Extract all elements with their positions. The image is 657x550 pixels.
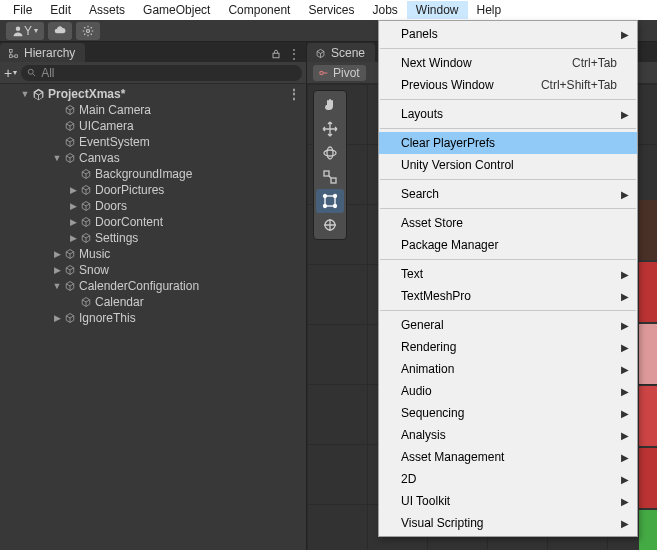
menu-help[interactable]: Help [468, 1, 511, 19]
menu-item-label: Next Window [401, 56, 472, 70]
menu-item-label: Search [401, 187, 439, 201]
search-icon [27, 68, 37, 78]
hierarchy-item-label: EventSystem [79, 135, 150, 149]
rotate-tool[interactable] [316, 141, 344, 165]
hierarchy-item[interactable]: EventSystem [0, 134, 306, 150]
gameobject-icon [64, 280, 76, 292]
menu-item-label: UI Toolkit [401, 494, 450, 508]
menu-item-search[interactable]: Search▶ [379, 183, 637, 205]
menu-item-label: Panels [401, 27, 438, 41]
svg-rect-4 [15, 54, 18, 57]
thumb [639, 386, 657, 446]
hierarchy-item[interactable]: ▶IgnoreThis [0, 310, 306, 326]
menu-edit[interactable]: Edit [41, 1, 80, 19]
menu-item-animation[interactable]: Animation▶ [379, 358, 637, 380]
menu-item-next-window[interactable]: Next WindowCtrl+Tab [379, 52, 637, 74]
account-button[interactable]: Y ▾ [6, 22, 44, 40]
scene-menu-icon[interactable]: ⋮ [288, 87, 302, 101]
gameobject-icon [64, 264, 76, 276]
menu-item-layouts[interactable]: Layouts▶ [379, 103, 637, 125]
scene-tab-label: Scene [331, 46, 365, 60]
svg-point-9 [327, 147, 333, 159]
unity-icon [32, 88, 45, 101]
menu-separator [380, 310, 636, 311]
hierarchy-item[interactable]: ▼Canvas [0, 150, 306, 166]
hierarchy-item[interactable]: ▶DoorPictures [0, 182, 306, 198]
menu-item-panels[interactable]: Panels▶ [379, 23, 637, 45]
hierarchy-add-button[interactable]: +▾ [4, 68, 17, 78]
menu-item-rendering[interactable]: Rendering▶ [379, 336, 637, 358]
menu-item-visual-scripting[interactable]: Visual Scripting▶ [379, 512, 637, 534]
menu-item-label: Text [401, 267, 423, 281]
submenu-arrow-icon: ▶ [621, 291, 629, 302]
thumb [639, 324, 657, 384]
menu-item-unity-version-control[interactable]: Unity Version Control [379, 154, 637, 176]
hierarchy-item[interactable]: ▶Music [0, 246, 306, 262]
menu-item-clear-playerprefs[interactable]: Clear PlayerPrefs [379, 132, 637, 154]
menu-services[interactable]: Services [299, 1, 363, 19]
hierarchy-tab[interactable]: Hierarchy [0, 43, 85, 62]
menu-file[interactable]: File [4, 1, 41, 19]
transform-tool[interactable] [316, 213, 344, 237]
svg-point-1 [87, 29, 90, 32]
move-tool[interactable] [316, 117, 344, 141]
menu-item-general[interactable]: General▶ [379, 314, 637, 336]
menu-gameobject[interactable]: GameObject [134, 1, 219, 19]
hierarchy-item[interactable]: ▶DoorContent [0, 214, 306, 230]
rect-tool[interactable] [316, 189, 344, 213]
hierarchy-item[interactable]: ▼CalenderConfiguration [0, 278, 306, 294]
menu-item-analysis[interactable]: Analysis▶ [379, 424, 637, 446]
menu-item-sequencing[interactable]: Sequencing▶ [379, 402, 637, 424]
pivot-toggle[interactable]: Pivot [313, 65, 366, 81]
hand-tool[interactable] [316, 93, 344, 117]
window-menu-dropdown: Panels▶Next WindowCtrl+TabPrevious Windo… [378, 20, 638, 537]
menu-item-ui-toolkit[interactable]: UI Toolkit▶ [379, 490, 637, 512]
menu-assets[interactable]: Assets [80, 1, 134, 19]
svg-point-0 [16, 26, 21, 31]
menu-jobs[interactable]: Jobs [363, 1, 406, 19]
hierarchy-search[interactable]: All [21, 65, 302, 81]
hierarchy-item[interactable]: ▶Snow [0, 262, 306, 278]
thumb [639, 510, 657, 550]
hierarchy-item[interactable]: ▶Doors [0, 198, 306, 214]
hierarchy-item[interactable]: Calendar [0, 294, 306, 310]
menu-item-asset-store[interactable]: Asset Store [379, 212, 637, 234]
menu-item-textmeshpro[interactable]: TextMeshPro▶ [379, 285, 637, 307]
menu-item-2d[interactable]: 2D▶ [379, 468, 637, 490]
svg-point-16 [334, 205, 337, 208]
menu-item-shortcut: Ctrl+Tab [572, 56, 617, 70]
hierarchy-item[interactable]: ▶Settings [0, 230, 306, 246]
menu-item-label: Audio [401, 384, 432, 398]
menu-item-package-manager[interactable]: Package Manager [379, 234, 637, 256]
hierarchy-item[interactable]: UICamera [0, 118, 306, 134]
hierarchy-lock-icon[interactable] [268, 46, 284, 62]
scale-tool[interactable] [316, 165, 344, 189]
scene-root[interactable]: ▼ProjectXmas*⋮ [0, 86, 306, 102]
menu-component[interactable]: Component [219, 1, 299, 19]
gameobject-icon [80, 216, 92, 228]
menu-item-previous-window[interactable]: Previous WindowCtrl+Shift+Tab [379, 74, 637, 96]
settings-button[interactable] [76, 22, 100, 40]
scene-tab[interactable]: Scene [307, 43, 375, 62]
gameobject-icon [64, 312, 76, 324]
thumb [639, 200, 657, 260]
menu-separator [380, 99, 636, 100]
hierarchy-menu-icon[interactable]: ⋮ [286, 46, 302, 62]
hierarchy-tree: ▼ProjectXmas*⋮Main CameraUICameraEventSy… [0, 84, 306, 550]
menu-window[interactable]: Window [407, 1, 468, 19]
menu-item-text[interactable]: Text▶ [379, 263, 637, 285]
cloud-button[interactable] [48, 22, 72, 40]
menu-item-asset-management[interactable]: Asset Management▶ [379, 446, 637, 468]
submenu-arrow-icon: ▶ [621, 496, 629, 507]
hierarchy-item[interactable]: Main Camera [0, 102, 306, 118]
menu-item-audio[interactable]: Audio▶ [379, 380, 637, 402]
menu-item-label: TextMeshPro [401, 289, 471, 303]
hierarchy-item-label: DoorPictures [95, 183, 164, 197]
hierarchy-item[interactable]: BackgroundImage [0, 166, 306, 182]
submenu-arrow-icon: ▶ [621, 342, 629, 353]
svg-rect-10 [324, 171, 329, 176]
menu-item-label: Visual Scripting [401, 516, 484, 530]
menu-item-label: Asset Store [401, 216, 463, 230]
hierarchy-item-label: DoorContent [95, 215, 163, 229]
menu-item-label: Layouts [401, 107, 443, 121]
